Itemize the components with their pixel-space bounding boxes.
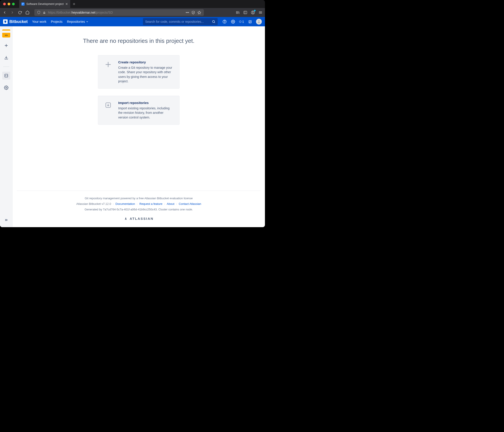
nav-repositories-label: Repositories bbox=[67, 20, 85, 23]
search-icon bbox=[212, 20, 216, 23]
svg-line-7 bbox=[239, 12, 239, 14]
settings-icon[interactable] bbox=[231, 19, 235, 24]
svg-rect-8 bbox=[244, 11, 247, 14]
svg-point-19 bbox=[233, 21, 234, 22]
page-footer: Git repository management powered by a f… bbox=[17, 191, 261, 227]
footer-contact-link[interactable]: Contact Atlassian bbox=[179, 202, 201, 205]
library-icon[interactable] bbox=[235, 10, 240, 15]
bitbucket-logo-icon bbox=[3, 19, 8, 24]
footer-about-link[interactable]: About bbox=[167, 202, 174, 205]
notification-count: 1 bbox=[242, 20, 244, 23]
plus-icon bbox=[104, 60, 112, 69]
help-icon[interactable] bbox=[222, 19, 227, 24]
sidebar-toggle-icon[interactable] bbox=[243, 10, 248, 15]
nav-your-work[interactable]: Your work bbox=[32, 20, 46, 23]
create-repository-card[interactable]: Create repository Create a Git repositor… bbox=[98, 55, 180, 89]
import-repo-sidebar-icon[interactable] bbox=[2, 54, 10, 62]
create-repo-sidebar-icon[interactable] bbox=[2, 42, 10, 50]
hamburger-menu-icon[interactable] bbox=[258, 10, 263, 15]
app-header: Bitbucket Your work Projects Repositorie… bbox=[0, 17, 265, 26]
notifications-button[interactable]: 1 bbox=[239, 19, 244, 24]
shield-icon bbox=[37, 11, 41, 14]
import-card-body: Import repositories Import existing repo… bbox=[118, 101, 173, 119]
search-box[interactable] bbox=[143, 18, 218, 25]
url-text: https://bitbucket.heyvaldemar.net/projec… bbox=[48, 11, 184, 14]
close-window-button[interactable] bbox=[3, 3, 6, 5]
project-sidebar: <·> bbox=[0, 26, 12, 227]
back-button[interactable] bbox=[2, 10, 7, 15]
svg-point-11 bbox=[252, 12, 253, 13]
tab-favicon bbox=[21, 2, 25, 6]
footer-generated: Generated by 7a7cd764-5c7a-401f-a06d-41b… bbox=[17, 208, 261, 211]
browser-right-tools bbox=[235, 10, 263, 15]
sidebar-divider bbox=[3, 66, 9, 67]
main-content: There are no repositories in this projec… bbox=[12, 26, 265, 227]
product-name: Bitbucket bbox=[9, 19, 28, 24]
import-repositories-card[interactable]: Import repositories Import existing repo… bbox=[98, 96, 180, 125]
project-settings-sidebar-icon[interactable] bbox=[2, 84, 10, 92]
svg-point-32 bbox=[6, 87, 7, 88]
header-icons: 1 bbox=[222, 19, 262, 25]
nav-projects[interactable]: Projects bbox=[51, 20, 63, 23]
svg-point-15 bbox=[213, 20, 215, 23]
forward-button[interactable] bbox=[10, 10, 15, 15]
bookmark-star-icon[interactable] bbox=[197, 11, 201, 15]
lock-icon bbox=[43, 11, 46, 14]
atlassian-logo-icon bbox=[124, 216, 128, 221]
page-content: Bitbucket Your work Projects Repositorie… bbox=[0, 17, 265, 227]
maximize-window-button[interactable] bbox=[12, 3, 15, 5]
footer-docs-link[interactable]: Documentation bbox=[116, 202, 135, 205]
bitbucket-logo[interactable]: Bitbucket bbox=[3, 19, 28, 24]
repositories-sidebar-icon[interactable] bbox=[2, 72, 10, 80]
atlassian-logo-text: ATLASSIAN bbox=[130, 217, 153, 221]
import-card-title: Import repositories bbox=[118, 101, 173, 105]
minimize-window-button[interactable] bbox=[8, 3, 10, 5]
tab-strip: Software Development project ✕ bbox=[19, 0, 78, 8]
reader-shield-icon[interactable] bbox=[191, 11, 195, 15]
whats-new-icon[interactable] bbox=[248, 19, 252, 24]
reload-button[interactable] bbox=[18, 10, 22, 15]
user-avatar[interactable] bbox=[256, 19, 262, 25]
browser-titlebar: Software Development project ✕ bbox=[0, 0, 265, 8]
create-card-body: Create repository Create a Git repositor… bbox=[118, 60, 173, 83]
footer-feature-link[interactable]: Request a feature bbox=[139, 202, 162, 205]
home-button[interactable] bbox=[25, 10, 30, 15]
tab-title: Software Development project bbox=[26, 2, 63, 6]
svg-marker-3 bbox=[198, 11, 201, 14]
url-bar[interactable]: https://bitbucket.heyvaldemar.net/projec… bbox=[34, 9, 204, 16]
svg-line-16 bbox=[214, 22, 215, 23]
create-card-desc: Create a Git repository to manage your c… bbox=[118, 65, 173, 83]
svg-point-27 bbox=[258, 20, 260, 22]
notification-dot bbox=[254, 10, 256, 11]
atlassian-logo[interactable]: ATLASSIAN bbox=[17, 216, 261, 221]
svg-point-22 bbox=[240, 22, 240, 22]
close-tab-button[interactable]: ✕ bbox=[65, 2, 68, 6]
nav-repositories[interactable]: Repositories bbox=[67, 20, 89, 23]
window-controls bbox=[0, 3, 19, 5]
empty-state-title: There are no repositories in this projec… bbox=[83, 37, 194, 44]
create-card-title: Create repository bbox=[118, 60, 173, 64]
import-card-desc: Import existing repositories, including … bbox=[118, 106, 173, 119]
browser-toolbar: https://bitbucket.heyvaldemar.net/projec… bbox=[0, 8, 265, 17]
chevron-down-icon bbox=[86, 20, 89, 23]
project-avatar[interactable]: <·> bbox=[2, 29, 10, 37]
new-tab-button[interactable] bbox=[70, 0, 78, 8]
account-icon[interactable] bbox=[251, 10, 255, 15]
expand-sidebar-button[interactable] bbox=[2, 216, 10, 224]
footer-version: Atlassian Bitbucket v7.12.0 bbox=[76, 202, 111, 205]
browser-tab[interactable]: Software Development project ✕ bbox=[19, 0, 70, 8]
svg-point-18 bbox=[224, 22, 225, 23]
page-actions-icon[interactable]: ••• bbox=[186, 11, 189, 14]
svg-rect-2 bbox=[43, 12, 45, 13]
body: <·> There are no repositories in this pr… bbox=[0, 26, 265, 227]
import-icon bbox=[104, 101, 112, 109]
search-input[interactable] bbox=[145, 20, 210, 23]
footer-license: Git repository management powered by a f… bbox=[17, 197, 261, 200]
footer-links: Atlassian Bitbucket v7.12.0 · Documentat… bbox=[17, 202, 261, 205]
